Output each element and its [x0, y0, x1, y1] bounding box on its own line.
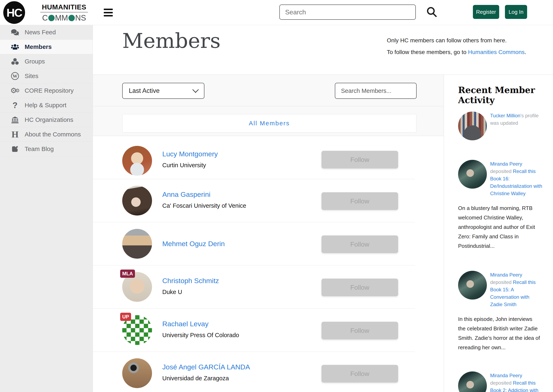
sidebar-label: Help & Support — [25, 102, 66, 109]
activity-item: Miranda Peery deposited Recall this Book… — [458, 271, 543, 352]
avatar[interactable] — [458, 271, 487, 300]
gears-icon: ⚙⚙ — [9, 87, 21, 94]
activity-item: Miranda Peery deposited Recall this Book… — [458, 160, 543, 251]
member-name-link[interactable]: José Angel GARCÍA LANDA — [162, 363, 250, 371]
register-button[interactable]: Register — [473, 5, 499, 19]
follow-note: Only HC members can follow others from h… — [387, 35, 535, 58]
page-title: Members — [122, 29, 221, 53]
cubes-icon — [9, 57, 21, 65]
chevron-down-icon — [192, 86, 199, 93]
member-search-input[interactable] — [341, 88, 418, 94]
users-icon — [9, 43, 21, 51]
members-tab-row: All Members — [93, 106, 444, 136]
member-affiliation: University Press Of Colorado — [162, 332, 239, 339]
login-button[interactable]: Log In — [505, 5, 527, 19]
brand-line2: CMMNS — [40, 14, 88, 22]
speech-bubble-icon — [69, 15, 75, 21]
sidebar-label: CORE Repository — [25, 87, 74, 94]
hc-logo[interactable]: HC — [3, 1, 25, 24]
member-name-link[interactable]: Rachael Levay — [162, 320, 239, 328]
recent-activity-column: Recent Member Activity Tucker Million's … — [444, 75, 553, 392]
question-mark-icon: ? — [9, 101, 21, 110]
brand-divider — [40, 12, 88, 13]
follow-button[interactable]: Follow — [321, 365, 398, 383]
member-row: Mehmet Oguz Derin Follow — [93, 222, 444, 266]
activity-excerpt: In this episode, John interviews the cel… — [458, 314, 540, 352]
sidebar-label: Members — [25, 43, 52, 50]
site-search-input[interactable] — [279, 5, 416, 20]
menu-hamburger-icon[interactable] — [104, 9, 113, 16]
member-row: José Angel GARCÍA LANDA Universidad de Z… — [93, 352, 444, 392]
member-name-link[interactable]: Lucy Montgomery — [162, 150, 218, 158]
follow-button[interactable]: Follow — [321, 151, 398, 168]
up-badge: UP — [120, 313, 131, 321]
follow-button[interactable]: Follow — [321, 279, 398, 296]
wordpress-icon: W — [9, 72, 21, 80]
activity-actor-link[interactable]: Miranda Peery — [490, 373, 522, 378]
institution-icon — [9, 116, 21, 124]
follow-note-suffix: . — [525, 49, 526, 55]
sidebar-label: HC Organizations — [25, 116, 73, 123]
avatar[interactable] — [458, 160, 487, 189]
activity-action-text: deposited — [490, 168, 512, 174]
member-row: UP Rachael Levay University Press Of Col… — [93, 308, 444, 352]
avatar[interactable] — [458, 371, 487, 392]
brand-line2-mm: MM — [55, 14, 68, 22]
top-bar: HC HUMANITIES CMMNS Register Log In — [0, 0, 553, 25]
member-name-link[interactable]: Mehmet Oguz Derin — [162, 240, 225, 248]
activity-actor-link[interactable]: Miranda Peery — [490, 272, 522, 278]
members-column: Last Active All Members Lucy Montgomery … — [93, 75, 444, 392]
sidebar-item-core-repository[interactable]: ⚙⚙ CORE Repository — [0, 84, 93, 98]
sidebar-label: Groups — [25, 58, 45, 65]
tab-all-members[interactable]: All Members — [122, 114, 416, 133]
search-icon[interactable] — [426, 6, 438, 18]
mla-badge: MLA — [120, 270, 135, 278]
member-row: Anna Gasperini Ca' Foscari University of… — [93, 179, 444, 222]
avatar[interactable] — [122, 146, 152, 176]
sidebar-item-groups[interactable]: Groups — [0, 54, 93, 69]
avatar[interactable] — [122, 358, 152, 388]
activity-action-text: deposited — [490, 280, 512, 285]
tab-all-members-label: All Members — [249, 120, 290, 127]
follow-button[interactable]: Follow — [321, 322, 398, 339]
sidebar-item-hc-organizations[interactable]: HC Organizations — [0, 112, 93, 127]
h-letter-icon: H — [9, 129, 21, 140]
sidebar-item-team-blog[interactable]: Team Blog — [0, 142, 93, 156]
title-section: Members Only HC members can follow other… — [93, 25, 553, 75]
humanities-commons-logo[interactable]: HUMANITIES CMMNS — [40, 3, 88, 22]
activity-action-text: deposited — [490, 380, 512, 386]
member-row: Lucy Montgomery Curtin University Follow — [93, 136, 444, 179]
activity-heading: Recent Member Activity — [458, 85, 553, 105]
avatar[interactable] — [122, 186, 152, 216]
sidebar-item-news-feed[interactable]: News Feed — [0, 25, 93, 40]
follow-button[interactable]: Follow — [321, 235, 398, 253]
sidebar-nav: News Feed Members Groups W Sites ⚙⚙ CORE… — [0, 25, 93, 392]
sort-select[interactable]: Last Active — [122, 83, 204, 99]
member-list: Lucy Montgomery Curtin University Follow… — [93, 136, 444, 392]
member-name-link[interactable]: Anna Gasperini — [162, 190, 246, 198]
brand-line2-c: C — [42, 14, 48, 22]
sidebar-item-help-support[interactable]: ? Help & Support — [0, 98, 93, 112]
sort-select-value: Last Active — [129, 87, 160, 95]
edit-pencil-icon — [9, 145, 21, 153]
activity-actor-link[interactable]: Tucker Million — [490, 113, 520, 118]
page: HC HUMANITIES CMMNS Register Log In News… — [0, 0, 553, 392]
follow-button[interactable]: Follow — [321, 192, 398, 210]
follow-note-prefix: To follow these members, go to — [387, 49, 468, 55]
avatar[interactable] — [458, 112, 487, 140]
member-name-link[interactable]: Christoph Schmitz — [162, 277, 219, 285]
sidebar-item-about-the-commons[interactable]: H About the Commons — [0, 127, 93, 142]
activity-actor-link[interactable]: Miranda Peery — [490, 161, 522, 167]
sidebar-label: News Feed — [25, 29, 56, 36]
sidebar-label: Sites — [25, 72, 38, 79]
sidebar-label: Team Blog — [25, 146, 54, 153]
sidebar-item-sites[interactable]: W Sites — [0, 69, 93, 84]
avatar[interactable] — [122, 229, 152, 259]
speech-bubble-icon — [48, 15, 55, 21]
follow-note-line1: Only HC members can follow others from h… — [387, 35, 535, 46]
sidebar-item-members[interactable]: Members — [0, 40, 93, 54]
humanities-commons-link[interactable]: Humanities Commons — [468, 49, 525, 55]
follow-note-line2: To follow these members, go to Humanitie… — [387, 46, 535, 58]
activity-item: Miranda Peery deposited Recall this Book… — [458, 371, 543, 392]
filter-bar: Last Active — [93, 75, 444, 106]
